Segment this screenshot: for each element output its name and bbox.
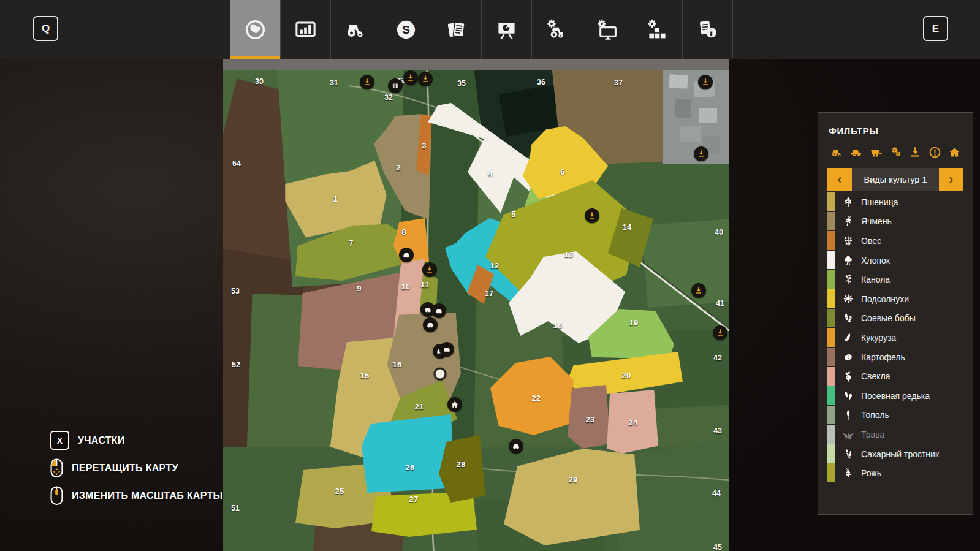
wheat-icon	[835, 192, 861, 212]
tab-contracts[interactable]	[431, 0, 481, 59]
field-13-number: 13	[564, 250, 573, 259]
crop-name: Соевые бобы	[861, 309, 916, 329]
selector-next-button[interactable]: ›	[939, 168, 963, 191]
tractor-icon	[344, 18, 367, 41]
crop-color-swatch	[827, 192, 835, 212]
gears-filter-icon[interactable]	[887, 145, 904, 159]
map-sector-32: 32	[384, 93, 393, 102]
crop-filter-oats[interactable]: Овес	[827, 231, 963, 251]
crop-filter-canola[interactable]: Канола	[827, 270, 963, 289]
field-12-number: 12	[490, 261, 499, 270]
field-15-number: 15	[360, 371, 369, 380]
map-top-strip	[223, 59, 729, 70]
crop-name: Картофель	[861, 348, 905, 367]
crop-color-swatch	[827, 328, 835, 348]
soybean-icon	[835, 309, 861, 329]
filter-category-icons	[828, 145, 963, 159]
map-viewport[interactable]: 1234567891011121314151617181920212223242…	[223, 70, 729, 551]
field-9-number: 9	[357, 284, 362, 293]
blocks-gear-icon	[646, 18, 669, 41]
tab-finances[interactable]: S	[381, 0, 431, 59]
tractor-sm-filter-icon[interactable]	[828, 145, 845, 159]
tab-map[interactable]	[230, 0, 280, 59]
map-sector-53: 53	[231, 287, 240, 295]
map-sector-40: 40	[715, 228, 723, 237]
top-toolbar: Q S E	[0, 0, 980, 59]
svg-text:S: S	[402, 23, 410, 36]
worker-marker-icon	[360, 75, 374, 89]
worker-marker-icon	[418, 72, 433, 86]
legend-label: ПЕРЕТАЩИТЬ КАРТУ	[72, 463, 178, 474]
crop-name: Свекла	[861, 367, 890, 386]
worker-marker-icon	[585, 208, 599, 223]
tab-vehicles[interactable]	[330, 0, 381, 59]
crop-filter-radish[interactable]: Посевная редька	[827, 386, 963, 406]
crop-name: Подсолнухи	[861, 289, 909, 309]
tractor-gear-icon	[545, 18, 568, 41]
filters-panel: ФИЛЬТРЫ ‹ Виды культур 1 › ПшеницаЯчмень…	[818, 112, 973, 515]
crop-filter-barley[interactable]: Ячмень	[827, 212, 963, 232]
tab-help[interactable]	[682, 0, 733, 59]
vehicle-marker-icon	[399, 248, 414, 262]
game-screen: Q S E 1234567891011121314151617181920212…	[0, 0, 980, 551]
crop-filter-wheat[interactable]: Пшеница	[827, 192, 963, 212]
home-filter-icon[interactable]	[946, 145, 963, 159]
harvester-filter-icon[interactable]	[848, 145, 865, 159]
crop-filter-sunflower[interactable]: Подсолнухи	[827, 289, 963, 309]
tab-vehicle-settings[interactable]	[531, 0, 582, 59]
crop-color-swatch	[827, 231, 835, 251]
barley-icon	[835, 212, 861, 232]
map-sector-31: 31	[330, 78, 338, 87]
crop-filter-sugarcane[interactable]: Сахарный тростник	[827, 444, 963, 464]
download-filter-icon[interactable]	[906, 145, 924, 159]
docs-info-icon	[696, 18, 719, 41]
worker-marker-icon	[694, 146, 708, 161]
field-22-number: 22	[531, 393, 541, 403]
map-sector-37: 37	[614, 78, 623, 87]
crop-color-swatch	[827, 289, 835, 309]
field-5-number: 5	[511, 210, 516, 219]
field-14-number: 14	[622, 222, 631, 232]
worker-marker-icon	[422, 262, 437, 277]
grass-icon	[835, 425, 861, 444]
alert-filter-icon[interactable]	[926, 145, 943, 159]
rye-icon	[835, 463, 861, 483]
legend-row: XУЧАСТКИ	[50, 430, 223, 450]
dollar-icon: S	[395, 18, 417, 41]
crop-filter-rye[interactable]: Рожь	[827, 463, 963, 483]
field-26-number: 26	[405, 463, 414, 472]
sugarcane-icon	[835, 444, 861, 464]
tab-game-settings[interactable]	[582, 0, 632, 59]
tab-general-settings[interactable]	[632, 0, 682, 59]
tab-prices[interactable]	[481, 0, 531, 59]
crop-color-swatch	[827, 386, 835, 406]
crop-color-swatch	[827, 367, 835, 386]
map-sector-51: 51	[231, 504, 240, 512]
crop-filter-soybean[interactable]: Соевые бобы	[827, 309, 963, 329]
crop-name: Канола	[861, 270, 890, 289]
tab-statistics[interactable]	[280, 0, 330, 59]
selector-prev-button[interactable]: ‹	[827, 168, 852, 191]
vehicle-marker-icon	[439, 342, 454, 357]
crop-name: Овес	[861, 231, 881, 251]
crop-filter-beet[interactable]: Свекла	[827, 367, 963, 386]
crop-filter-potato[interactable]: Картофель	[827, 348, 963, 367]
crop-filter-corn[interactable]: Кукуруза	[827, 328, 963, 348]
crop-color-swatch	[827, 463, 835, 483]
field-26[interactable]	[362, 414, 455, 493]
crop-list: ПшеницаЯчменьОвесХлопокКанолаПодсолнухиС…	[827, 192, 963, 483]
crop-filter-cotton[interactable]: Хлопок	[827, 251, 963, 270]
filters-title: ФИЛЬТРЫ	[829, 126, 962, 136]
beet-icon	[835, 367, 861, 386]
map-sector-54: 54	[232, 159, 241, 168]
next-tab-key-hint: E	[923, 16, 948, 41]
crop-filter-grass[interactable]: Трава	[827, 425, 963, 444]
crop-name: Рожь	[861, 463, 881, 483]
crop-filter-poplar[interactable]: Тополь	[827, 406, 963, 425]
selector-label: Виды культур 1	[852, 168, 939, 191]
worker-marker-icon	[713, 325, 727, 340]
trailer-filter-icon[interactable]	[867, 145, 884, 159]
crop-name: Тополь	[861, 406, 889, 425]
field-18-number: 18	[553, 321, 562, 330]
crop-name: Кукуруза	[861, 328, 896, 348]
